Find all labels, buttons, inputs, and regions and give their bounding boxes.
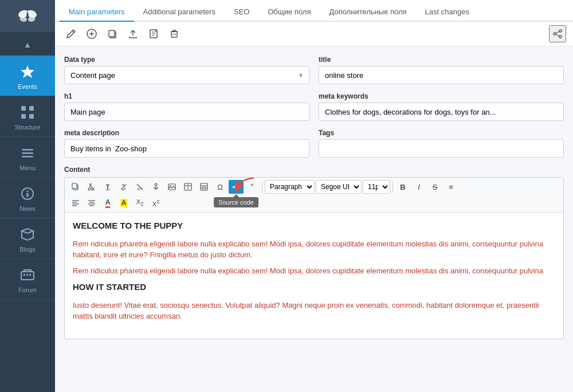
meta-description-input[interactable] [64,139,309,158]
ed-format-icon: T [106,183,110,190]
h1-input[interactable] [64,103,309,121]
sidebar-logo[interactable] [0,0,55,32]
ed-btn-image[interactable] [164,180,179,194]
edit-button[interactable] [62,25,80,42]
forum-icon [19,267,36,283]
upload-button[interactable] [124,25,142,42]
data-type-select-wrapper[interactable]: Content page [64,66,309,84]
ed-btn-bg-color[interactable]: A [116,196,131,210]
ed-btn-align-left[interactable] [68,196,83,210]
font-select[interactable]: Segoe UI Arial [316,180,362,194]
content-heading-2: HOW IT STARTED [73,281,555,294]
font-size-select[interactable]: 11pt 12pt 14pt [363,180,390,194]
blogs-icon [19,226,36,242]
add-button[interactable] [83,25,101,42]
ed-btn-subscript[interactable]: X2 [132,196,147,210]
ed-btn-more[interactable]: ≡ [444,180,458,194]
ed-btn-anchor[interactable] [148,180,163,194]
tab-obshie-polya[interactable]: Общие поля [258,3,320,22]
svg-point-49 [170,185,171,186]
content-para-3: Iusto deserunt! Vitae erat, sociosqu sen… [73,300,555,322]
ed-btn-table2[interactable] [197,180,211,194]
title-group: title [319,56,564,84]
ed-btn-link[interactable] [116,180,131,194]
svg-line-44 [123,186,125,188]
fields-row-3: meta description Tags [64,129,564,158]
svg-rect-53 [201,183,207,190]
tab-last-changes[interactable]: Last changes [416,3,478,22]
sidebar-item-collapse[interactable]: ▲ [0,32,55,56]
sidebar-item-events[interactable]: Events [0,56,55,96]
svg-point-14 [27,191,29,193]
delete-button[interactable] [165,25,183,42]
ed-bold-icon: B [400,183,405,191]
ed-more-icon: ≡ [449,183,453,191]
ed-btn-strikethrough[interactable]: S [427,180,442,194]
sidebar-item-menu-label: Menu [19,164,36,171]
ed-btn-italic[interactable]: I [411,180,426,194]
editor-content-area[interactable]: WELCOME TO THE PUPPY Rem ridiculus phare… [65,213,563,339]
ed-btn-copy[interactable] [68,180,83,194]
data-type-select[interactable]: Content page [64,66,309,84]
ed-copy-icon [72,183,80,191]
ed-bg-color-icon: A [120,199,128,207]
copy-button[interactable] [103,25,121,42]
ed-strikethrough-icon: S [433,183,438,191]
tab-seo[interactable]: SEO [225,3,258,22]
ed-align-left-icon [72,199,80,207]
svg-point-4 [26,12,29,20]
ed-subscript-icon: X2 [136,198,143,207]
ed-btn-unlink[interactable] [132,180,147,194]
ed-btn-align-center[interactable] [84,196,99,210]
main-toolbar [55,22,573,46]
ed-btn-cut[interactable] [84,180,99,194]
tooltip-arrow [233,194,239,197]
title-input[interactable] [319,66,564,84]
editor-toolbar-row1: T [68,180,560,194]
editor-toolbar-row2: A A X2 X2 [68,196,560,210]
svg-rect-10 [22,149,33,151]
structure-icon [19,104,36,120]
tab-main-parameters[interactable]: Main parameters [60,3,134,22]
paragraph-select[interactable]: Paragraph Heading 1 Heading 2 [265,180,315,194]
h1-group: h1 [64,92,309,121]
content-section-label-wrapper: Content [64,166,564,174]
meta-keywords-group: meta keywords [319,92,564,121]
ed-image-icon [168,183,176,191]
tab-additional-parameters[interactable]: Additional parameters [134,3,225,22]
ed-btn-table1[interactable] [180,180,195,194]
meta-keywords-label: meta keywords [319,92,564,100]
ed-omega-icon: Ω [217,183,223,191]
sidebar-item-news[interactable]: News [0,178,55,218]
delete-icon [169,29,179,39]
svg-point-35 [554,33,556,35]
copy-icon [107,29,117,39]
source-code-tooltip: Source code [214,197,258,207]
ed-anchor-icon [152,183,160,191]
share-button[interactable] [549,25,566,42]
red-arrow-indicator [231,175,260,194]
ed-btn-bold[interactable]: B [395,180,410,194]
sidebar-item-structure[interactable]: Structure [0,96,55,137]
content-area: Data type Content page title h1 meta key… [55,46,573,392]
ed-btn-superscript[interactable]: X2 [148,196,163,210]
sidebar-item-news-label: News [19,205,36,212]
document-button[interactable] [144,25,163,42]
ed-btn-omega[interactable]: Ω [213,180,227,194]
svg-point-46 [155,183,157,186]
ed-btn-font-color[interactable]: A [100,196,115,210]
tags-input[interactable] [319,139,564,158]
document-icon [148,29,159,39]
tab-dopolnitelnye-polya[interactable]: Дополнительные поля [320,3,415,22]
ed-btn-format[interactable]: T [100,180,115,194]
edit-icon [66,29,76,39]
meta-keywords-input[interactable] [319,103,564,121]
sidebar-item-menu[interactable]: Menu [0,137,55,178]
svg-rect-12 [22,156,33,158]
sidebar-item-forum[interactable]: Forum [0,259,55,300]
sidebar-item-forum-label: Forum [18,287,37,293]
svg-marker-5 [21,65,34,78]
content-editor: T [64,177,564,339]
sidebar-item-blogs[interactable]: Blogs [0,218,55,259]
red-arrow-svg [231,175,260,193]
